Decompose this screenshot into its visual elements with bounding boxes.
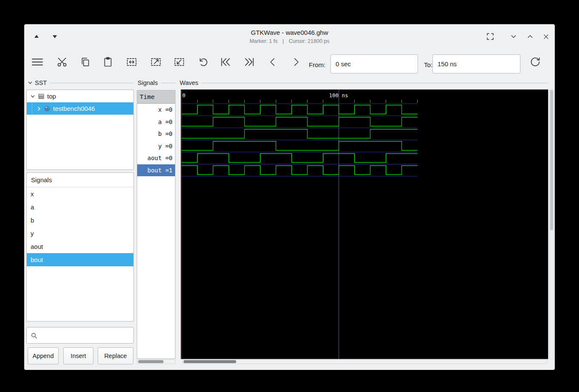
zoom-out-icon xyxy=(150,56,162,68)
signal-name-row-b[interactable]: b =0 xyxy=(137,128,175,140)
waves-frame-label-row: Waves xyxy=(180,79,548,87)
corners-box-icon xyxy=(486,32,495,41)
globe-icon xyxy=(44,105,51,112)
expander-down-icon[interactable] xyxy=(28,80,33,85)
hamburger-menu-icon xyxy=(31,57,44,67)
to-start-button[interactable] xyxy=(217,53,234,71)
timebar-mid-label: 100 ns xyxy=(329,92,348,99)
skip-to-end-icon xyxy=(243,56,256,68)
from-input[interactable] xyxy=(330,54,418,73)
signals-frame-label: Signals xyxy=(138,79,158,86)
zoom-fit-icon xyxy=(126,56,138,68)
list-item-a[interactable]: a xyxy=(27,200,133,214)
signal-name-row-x[interactable]: x =0 xyxy=(137,104,175,116)
cursor-status: Cursor: 21800 ps xyxy=(289,38,330,44)
chevron-left-icon xyxy=(267,56,278,68)
sst-frame-label: SST xyxy=(35,79,47,86)
titlebar[interactable]: GTKWave - wave0046.ghw Marker: 1 fs | Cu… xyxy=(24,24,555,49)
zoom-in-button[interactable] xyxy=(171,53,188,71)
signals-frame-label-row: Signals xyxy=(138,79,175,87)
waves-vertical-scrollbar[interactable] xyxy=(549,89,554,359)
tree-item-testbench0046[interactable]: testbench0046 xyxy=(27,102,133,115)
signal-search-panel: Signals x a b y aout bout xyxy=(26,172,134,321)
signal-name-row-aout[interactable]: aout =0 xyxy=(137,152,175,164)
expander-down-icon[interactable] xyxy=(30,94,35,99)
module-icon xyxy=(38,93,45,100)
shift-right-button[interactable] xyxy=(288,53,305,71)
status-separator: | xyxy=(282,38,284,44)
search-icon xyxy=(31,332,37,339)
waves-horizontal-scrollbar[interactable] xyxy=(182,359,548,364)
close-icon xyxy=(542,33,550,40)
signal-names-panel: Time x =0 a =0 b =0 y =0 aout =0 bout =1 xyxy=(137,90,175,359)
signal-search-header: Signals xyxy=(27,173,133,187)
cut-button[interactable] xyxy=(54,53,71,71)
tree-item-label: testbench0046 xyxy=(53,105,95,112)
tree-item-label: top xyxy=(47,93,56,100)
scrollbar-thumb[interactable] xyxy=(138,360,164,363)
from-label: From: xyxy=(309,61,325,68)
sst-tree-panel: top testbench0046 xyxy=(26,90,134,170)
signal-name-row-bout[interactable]: bout =1 xyxy=(137,164,175,177)
copy-icon xyxy=(80,56,91,68)
window-statusline: Marker: 1 fs | Cursor: 21800 ps xyxy=(24,38,555,44)
clipboard-paste-icon xyxy=(102,56,113,68)
replace-button[interactable]: Replace xyxy=(98,347,133,364)
to-end-button[interactable] xyxy=(241,53,258,71)
time-header: Time xyxy=(137,90,175,104)
gtkwave-window: GTKWave - wave0046.ghw Marker: 1 fs | Cu… xyxy=(24,24,555,370)
zoom-out-button[interactable] xyxy=(147,53,164,71)
names-horizontal-scrollbar[interactable] xyxy=(137,359,175,364)
frame-line xyxy=(161,83,175,83)
main-area: SST Signals Waves top xyxy=(24,75,555,370)
scissors-icon xyxy=(56,56,68,68)
shift-left-button[interactable] xyxy=(264,53,281,71)
window-title: GTKWave - wave0046.ghw xyxy=(24,29,555,36)
list-item-y[interactable]: y xyxy=(27,227,133,240)
keep-above-button[interactable] xyxy=(484,30,497,43)
copy-button[interactable] xyxy=(77,53,94,71)
to-label: To: xyxy=(424,61,432,68)
undo-arrow-icon xyxy=(197,56,208,68)
skip-to-start-icon xyxy=(219,56,232,68)
list-item-aout[interactable]: aout xyxy=(27,240,133,253)
zoom-undo-button[interactable] xyxy=(194,53,211,71)
reload-button[interactable] xyxy=(527,53,544,71)
waves-frame-label: Waves xyxy=(180,79,198,86)
signal-name-row-a[interactable]: a =0 xyxy=(137,116,175,128)
close-button[interactable] xyxy=(539,30,552,43)
scrollbar-thumb[interactable] xyxy=(550,90,553,230)
chevron-up-icon xyxy=(526,33,534,40)
list-item-x[interactable]: x xyxy=(27,187,133,200)
append-button[interactable]: Append xyxy=(28,347,59,364)
marker-status: Marker: 1 fs xyxy=(249,38,277,44)
frame-line xyxy=(50,83,134,83)
chevron-down-icon xyxy=(510,33,517,40)
waveform-display[interactable]: 0 100 ns xyxy=(181,90,548,359)
reload-icon xyxy=(529,56,541,68)
to-input[interactable] xyxy=(432,54,520,73)
tree-guide-line xyxy=(32,103,32,114)
paste-button[interactable] xyxy=(99,53,116,71)
zoom-in-icon xyxy=(173,56,185,68)
frame-line xyxy=(201,83,548,83)
timebar-start-label: 0 xyxy=(182,92,186,99)
list-item-bout[interactable]: bout xyxy=(27,253,133,266)
insert-button[interactable]: Insert xyxy=(63,347,93,364)
expander-right-icon[interactable] xyxy=(37,106,42,111)
zoom-fit-button[interactable] xyxy=(123,53,140,71)
search-input[interactable] xyxy=(37,327,133,343)
menu-button[interactable] xyxy=(29,53,46,71)
scrollbar-thumb[interactable] xyxy=(184,360,236,363)
signal-search-box[interactable] xyxy=(26,327,134,344)
chevron-right-icon xyxy=(291,56,302,68)
sst-frame-label-row: SST xyxy=(28,79,134,87)
list-item-b[interactable]: b xyxy=(27,214,133,227)
minimize-button[interactable] xyxy=(507,30,520,43)
signal-name-row-y[interactable]: y =0 xyxy=(137,140,175,152)
wave-canvas[interactable]: 0 100 ns xyxy=(181,89,548,359)
toolbar: From: To: xyxy=(24,49,555,75)
maximize-button[interactable] xyxy=(524,30,537,43)
tree-item-top[interactable]: top xyxy=(27,90,133,102)
